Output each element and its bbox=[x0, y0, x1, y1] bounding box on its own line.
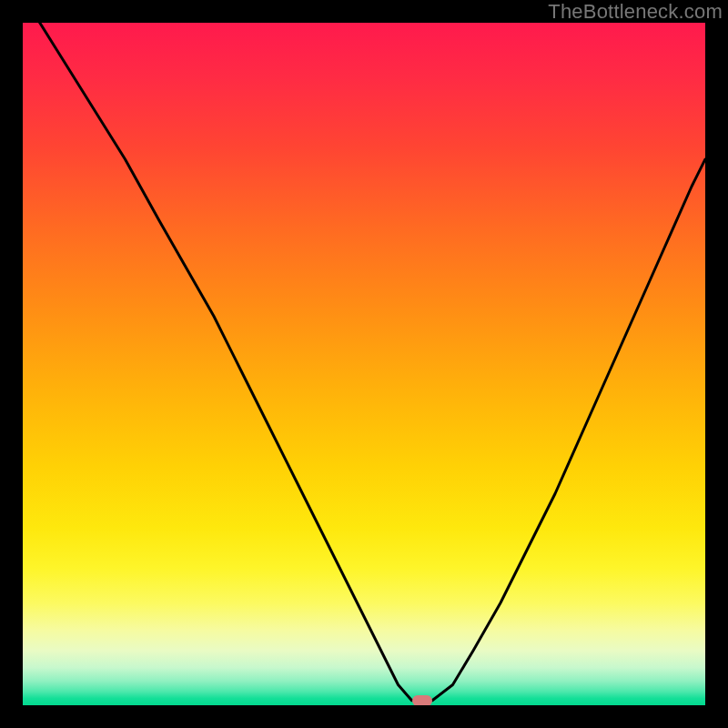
optimal-point-marker bbox=[412, 695, 432, 705]
bottleneck-curve bbox=[23, 23, 705, 705]
watermark-text: TheBottleneck.com bbox=[548, 0, 723, 24]
chart-frame: TheBottleneck.com bbox=[0, 0, 728, 728]
plot-area bbox=[23, 23, 705, 705]
